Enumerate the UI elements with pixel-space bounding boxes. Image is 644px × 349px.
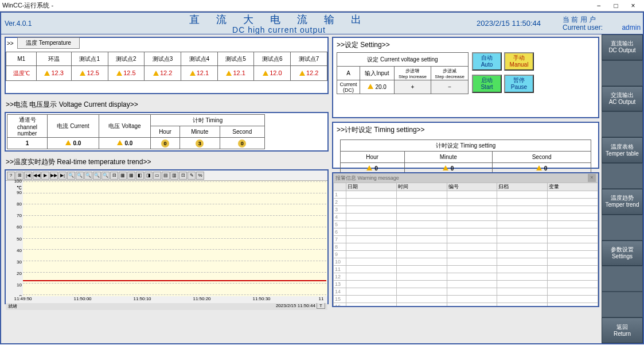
- alarm-cell: [548, 243, 598, 251]
- zoom-in-icon[interactable]: 🔍: [67, 172, 75, 180]
- rewind-icon[interactable]: ◀◀: [33, 172, 41, 180]
- table-row[interactable]: 9: [334, 251, 598, 258]
- setting-panel: >>设定 Setting>> 设定 Current voltage settin…: [332, 37, 599, 118]
- step-increase-button[interactable]: +: [394, 80, 431, 94]
- toolbar-icon[interactable]: ⊡: [179, 172, 187, 180]
- toolbar-icon[interactable]: ▦: [127, 172, 135, 180]
- close-button[interactable]: ×: [625, 2, 642, 10]
- toolbar-icon[interactable]: ▦: [119, 172, 127, 180]
- toolbar-icon[interactable]: %: [196, 172, 204, 180]
- setting-section-label: >>设定 Setting>>: [333, 38, 598, 52]
- table-row[interactable]: 10: [334, 258, 598, 266]
- temp-col-header: 测试点7: [291, 52, 327, 66]
- alarm-cell: [396, 303, 447, 307]
- alarm-cell: [447, 206, 497, 214]
- window-titlebar: WinCC-运行系统 - − □ ×: [0, 0, 644, 11]
- alarm-close-icon[interactable]: ×: [588, 174, 596, 182]
- play-icon[interactable]: ▶: [41, 172, 49, 180]
- alarm-cell: [447, 214, 497, 221]
- temp-value-cell: 12.3: [37, 66, 71, 81]
- table-row[interactable]: 1: [334, 191, 598, 199]
- chart-status-bar: 就绪 2023/2/15 11:50:44 T: [6, 303, 327, 310]
- table-row[interactable]: 3: [334, 206, 598, 214]
- table-row[interactable]: 14: [334, 288, 598, 296]
- table-row[interactable]: 11: [334, 266, 598, 273]
- window-title: WinCC-运行系统 -: [2, 1, 53, 10]
- toolbar-icon[interactable]: ▥: [170, 172, 178, 180]
- table-row[interactable]: 7: [334, 236, 598, 243]
- zoom-icon[interactable]: 🔍: [102, 172, 110, 180]
- toolbar-icon[interactable]: ✎: [188, 172, 196, 180]
- ff-icon[interactable]: ▶▶: [50, 172, 58, 180]
- table-row[interactable]: 16: [334, 303, 598, 307]
- table-row[interactable]: 12: [334, 273, 598, 281]
- table-row[interactable]: 8: [334, 243, 598, 251]
- table-row[interactable]: 4: [334, 214, 598, 221]
- minimize-button[interactable]: −: [590, 2, 607, 10]
- maximize-button[interactable]: □: [607, 2, 625, 10]
- ruler-icon[interactable]: ⊟: [110, 172, 118, 180]
- alarm-cell: [447, 266, 497, 273]
- first-icon[interactable]: |◀: [24, 172, 32, 180]
- table-row[interactable]: 15: [334, 296, 598, 303]
- start-button[interactable]: 启动Start: [472, 75, 502, 93]
- pause-button[interactable]: 暂停Pause: [504, 75, 534, 93]
- alarm-cell: [497, 236, 548, 243]
- manual-button[interactable]: 手动Manual: [504, 52, 534, 71]
- alarm-cell: [447, 243, 497, 251]
- nav-spacer: [602, 163, 643, 189]
- toolbar-icon[interactable]: ◨: [145, 172, 153, 180]
- temp-value-cell: 12.1: [217, 66, 254, 81]
- nav-button-ac-output[interactable]: 交流输出AC Output: [602, 86, 643, 112]
- alarm-cell: [396, 214, 447, 221]
- current-dc-value[interactable]: 20.0: [360, 80, 394, 94]
- toolbar-icon[interactable]: ◧: [136, 172, 144, 180]
- last-icon[interactable]: ▶|: [58, 172, 67, 180]
- current-header: 电流 Current: [48, 115, 99, 138]
- alarm-cell: [396, 228, 447, 236]
- header: Ver.4.0.1 直 流 大 电 流 输 出 DC high current …: [1, 13, 643, 34]
- alarm-cell: [548, 251, 598, 258]
- timing-minute-value: 3: [179, 138, 220, 149]
- toolbar-icon[interactable]: ▤: [162, 172, 170, 180]
- alarm-cell: [396, 206, 447, 214]
- alarm-cell: [497, 266, 548, 273]
- username: admin: [604, 24, 641, 32]
- alarm-title: 报警信息 Warning message: [335, 174, 399, 182]
- nav-button-return[interactable]: 返回Return: [602, 317, 643, 343]
- alarm-cell: [396, 191, 447, 199]
- table-row[interactable]: 13: [334, 281, 598, 288]
- temperature-tab[interactable]: 温度 Temperature: [17, 37, 80, 49]
- chart-plot-area[interactable]: 0102030405060708090100℃: [6, 181, 327, 296]
- alarm-cell: [396, 273, 447, 281]
- current-value: 0.0: [48, 138, 99, 149]
- alarm-table-scroll[interactable]: 日期时间编号归档变量12345678910111213141516171819: [333, 183, 598, 306]
- alarm-cell: [447, 303, 497, 307]
- toolbar-icon[interactable]: ▭: [153, 172, 161, 180]
- alarm-cell: [346, 243, 397, 251]
- alarm-cell: [548, 221, 598, 228]
- zoom-icon[interactable]: 🔍: [93, 172, 101, 180]
- auto-button[interactable]: 自动Auto: [472, 52, 502, 71]
- alarm-cell: [447, 273, 497, 281]
- setting-header: 设定 Current voltage setting: [337, 53, 469, 67]
- nav-button-temper-trend[interactable]: 温度趋势Temper trend: [602, 189, 643, 215]
- table-row[interactable]: 5: [334, 221, 598, 228]
- temp-value-cell: 12.2: [145, 66, 181, 81]
- alarm-cell: [346, 258, 397, 266]
- zoom-out-icon[interactable]: 🔍: [76, 172, 84, 180]
- alarm-cell: [497, 199, 548, 206]
- nav-button-settings[interactable]: 参数设置Settings: [602, 241, 643, 266]
- alarm-cell: [548, 303, 598, 307]
- nav-button-temper-table[interactable]: 温度表格Temper table: [602, 137, 643, 163]
- alarm-cell: [396, 296, 447, 303]
- alarm-cell: [396, 221, 447, 228]
- step-decrease-button[interactable]: −: [431, 80, 469, 94]
- alarm-cell: [548, 258, 598, 266]
- alarm-cell: [497, 251, 548, 258]
- table-row[interactable]: 2: [334, 199, 598, 206]
- zoom-icon[interactable]: 🔍: [84, 172, 92, 180]
- table-row[interactable]: 6: [334, 228, 598, 236]
- nav-button-dc-output[interactable]: 直流输出DC Output: [602, 34, 643, 60]
- temp-col-header: 测试点4: [181, 52, 218, 66]
